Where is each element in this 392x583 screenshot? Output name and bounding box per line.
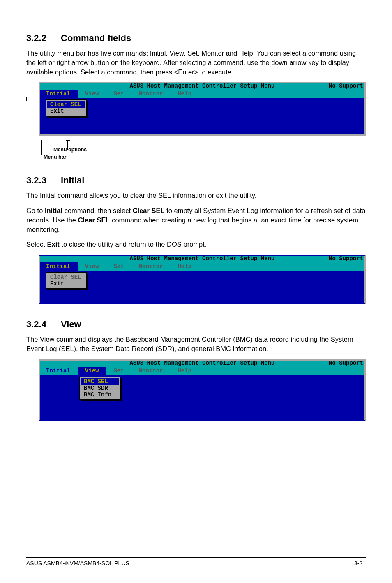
annot-menu-options: Menu options (53, 146, 87, 154)
menu-help[interactable]: Help (170, 367, 199, 375)
menu-initial[interactable]: Initial (39, 367, 78, 375)
heading-title: View (61, 319, 81, 329)
menu-bar: Initial View Set Monitor Help (39, 262, 366, 271)
dropdown-initial: Clear SEL Exit (46, 99, 87, 116)
menu-monitor[interactable]: Monitor (131, 90, 171, 98)
menu-set[interactable]: Set (106, 262, 131, 271)
dd-exit[interactable]: Exit (47, 280, 85, 287)
heading-title: Command fields (61, 33, 131, 43)
heading-323: 3.2.3Initial (26, 175, 366, 186)
dos-title: ASUS Host Management Controller Setup Me… (39, 82, 366, 90)
leader-line (41, 140, 42, 155)
dos-title: ASUS Host Management Controller Setup Me… (39, 359, 366, 367)
heading-title: Initial (61, 175, 84, 185)
heading-322: 3.2.2Command fields (26, 33, 366, 44)
menu-monitor[interactable]: Monitor (131, 367, 171, 375)
menu-bar: Initial View Set Monitor Help (39, 367, 366, 375)
menu-set[interactable]: Set (106, 90, 131, 98)
para-323-1: The Initial command allows you to clear … (26, 191, 366, 200)
dos-screenshot-3: ASUS Host Management Controller Setup Me… (39, 359, 366, 421)
menu-help[interactable]: Help (170, 90, 199, 98)
dd-exit[interactable]: Exit (47, 108, 85, 114)
para-324: The View command displays the Baseboard … (26, 335, 366, 354)
menu-initial[interactable]: Initial (39, 90, 78, 98)
footer-right: 3-21 (354, 560, 366, 567)
menu-initial[interactable]: Initial (39, 262, 78, 271)
menu-monitor[interactable]: Monitor (131, 262, 171, 271)
leader-line (26, 97, 27, 101)
dos-screenshot-1: ASUS Host Management Controller Setup Me… (39, 82, 366, 136)
leader-line (26, 155, 41, 155)
annotations: Menu options Menu bar (51, 146, 87, 161)
page-footer: ASUS ASMB4-iKVM/ASMB4-SOL PLUS 3-21 (26, 557, 366, 567)
menu-bar: Initial View Set Monitor Help (39, 90, 366, 98)
menu-help[interactable]: Help (170, 262, 199, 271)
heading-num: 3.2.4 (26, 319, 61, 330)
dos-support: No Support (329, 359, 363, 367)
dropdown-initial: Clear SEL Exit (46, 272, 87, 289)
menu-view[interactable]: View (78, 367, 106, 375)
dd-bmc-info[interactable]: BMC Info (81, 391, 119, 398)
heading-num: 3.2.2 (26, 33, 61, 44)
dd-clear-sel[interactable]: Clear SEL (47, 274, 85, 280)
footer-left: ASUS ASMB4-iKVM/ASMB4-SOL PLUS (26, 560, 129, 567)
menu-view[interactable]: View (78, 90, 106, 98)
dd-bmc-sel[interactable]: BMC SEL (81, 378, 119, 385)
dd-bmc-sdr[interactable]: BMC SDR (81, 385, 119, 391)
dropdown-view: BMC SEL BMC SDR BMC Info (79, 377, 120, 400)
dos-support: No Support (329, 82, 363, 90)
leader-line (26, 99, 39, 99)
menu-set[interactable]: Set (106, 367, 131, 375)
dos-screenshot-2: ASUS Host Management Controller Setup Me… (39, 255, 366, 304)
menu-view[interactable]: View (78, 262, 106, 271)
annot-menu-bar: Menu bar (44, 154, 87, 161)
para-323-2: Go to Initial command, then select Clear… (26, 206, 366, 234)
para-322: The utility menu bar has five commands: … (26, 49, 366, 76)
para-323-3: Select Exit to close the utility and ret… (26, 240, 366, 249)
heading-num: 3.2.3 (26, 175, 61, 186)
dos-title: ASUS Host Management Controller Setup Me… (39, 255, 366, 262)
dd-clear-sel[interactable]: Clear SEL (47, 101, 85, 108)
heading-324: 3.2.4View (26, 319, 366, 330)
leader-line (66, 140, 70, 141)
dos-support: No Support (329, 255, 363, 262)
